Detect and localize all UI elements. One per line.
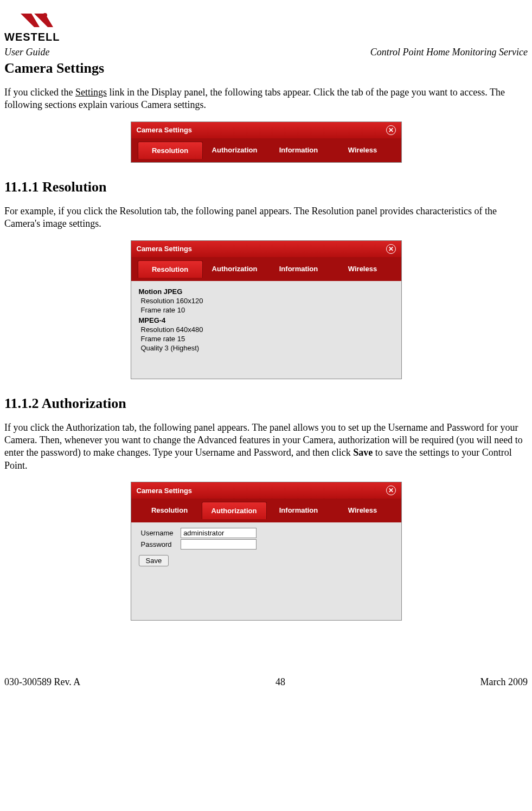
panel-body-resolution: Motion JPEG Resolution 160x120 Frame rat… <box>131 281 401 379</box>
westell-logo: WESTELL <box>4 11 528 44</box>
section-title: Camera Settings <box>4 60 528 76</box>
tab-resolution[interactable]: Resolution <box>138 260 203 278</box>
tab-resolution[interactable]: Resolution <box>138 502 202 519</box>
password-label: Password <box>141 540 179 548</box>
mjpeg-framerate: Frame rate 10 <box>139 306 394 314</box>
footer-page-number: 48 <box>275 676 285 688</box>
tab-authorization[interactable]: Authorization <box>203 260 267 278</box>
tab-information[interactable]: Information <box>267 502 331 519</box>
header-left: User Guide <box>4 47 50 58</box>
panel-body-authorization: Username Password Save <box>131 522 401 620</box>
tab-wireless[interactable]: Wireless <box>331 260 395 278</box>
mpeg4-resolution: Resolution 640x480 <box>139 325 394 334</box>
panel-title: Camera Settings <box>137 126 193 134</box>
tab-information[interactable]: Information <box>267 260 331 278</box>
mjpeg-resolution: Resolution 160x120 <box>139 297 394 305</box>
panel-tabs: Resolution Authorization Information Wir… <box>131 499 401 522</box>
panel-header: Camera Settings ✕ <box>131 482 401 499</box>
panel-header: Camera Settings ✕ <box>131 122 401 138</box>
group-mpeg4: MPEG-4 <box>139 316 394 324</box>
footer-right: March 2009 <box>480 676 528 688</box>
group-motion-jpeg: Motion JPEG <box>139 288 394 296</box>
resolution-paragraph: For example, if you click the Resolution… <box>4 205 528 231</box>
page-header: User Guide Control Point Home Monitoring… <box>4 47 528 58</box>
panel-title: Camera Settings <box>137 487 193 495</box>
close-icon[interactable]: ✕ <box>386 244 396 254</box>
camera-settings-panel-tabs-only: Camera Settings ✕ Resolution Authorizati… <box>131 122 402 163</box>
save-button[interactable]: Save <box>139 555 169 566</box>
tab-authorization[interactable]: Authorization <box>202 502 267 519</box>
footer-left: 030-300589 Rev. A <box>4 676 80 688</box>
mpeg4-framerate: Frame rate 15 <box>139 335 394 343</box>
username-label: Username <box>141 529 179 537</box>
tab-resolution[interactable]: Resolution <box>138 142 203 159</box>
camera-settings-panel-resolution: Camera Settings ✕ Resolution Authorizati… <box>131 240 402 379</box>
header-right: Control Point Home Monitoring Service <box>370 47 528 58</box>
authorization-paragraph: If you click the Authorization tab, the … <box>4 422 528 472</box>
username-field[interactable] <box>181 528 257 538</box>
mpeg4-quality: Quality 3 (Highest) <box>139 344 394 352</box>
close-icon[interactable]: ✕ <box>386 125 396 135</box>
tab-wireless[interactable]: Wireless <box>331 142 395 159</box>
panel-header: Camera Settings ✕ <box>131 241 401 257</box>
close-icon[interactable]: ✕ <box>386 486 396 495</box>
subsection-authorization-heading: 11.1.2 Authorization <box>4 395 528 412</box>
svg-point-0 <box>43 13 47 17</box>
subsection-resolution-heading: 11.1.1 Resolution <box>4 179 528 195</box>
intro-paragraph: If you clicked the Settings link in the … <box>4 86 528 112</box>
camera-settings-panel-authorization: Camera Settings ✕ Resolution Authorizati… <box>131 482 402 621</box>
svg-text:WESTELL: WESTELL <box>4 31 60 43</box>
settings-link-text: Settings <box>75 87 107 98</box>
password-field[interactable] <box>181 539 257 550</box>
tab-wireless[interactable]: Wireless <box>331 502 395 519</box>
panel-title: Camera Settings <box>137 245 193 253</box>
page-footer: 030-300589 Rev. A 48 March 2009 <box>4 676 528 688</box>
tab-authorization[interactable]: Authorization <box>203 142 267 159</box>
panel-tabs: Resolution Authorization Information Wir… <box>131 138 401 162</box>
panel-tabs: Resolution Authorization Information Wir… <box>131 257 401 281</box>
tab-information[interactable]: Information <box>267 142 331 159</box>
save-bold-word: Save <box>353 447 373 458</box>
